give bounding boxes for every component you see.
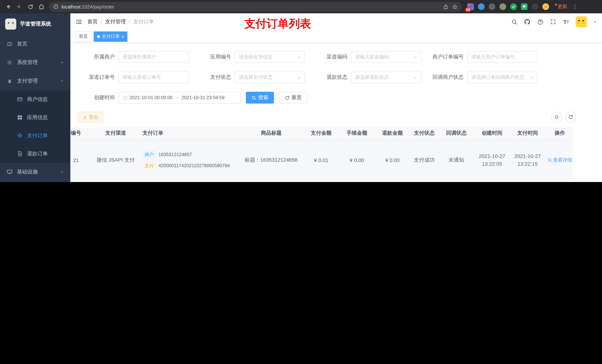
grid-icon <box>17 115 22 120</box>
create-time-range-picker[interactable]: 2021-10-01 00:00:00 - 2021-10-31 23:59:5… <box>118 92 241 104</box>
placeholder-text: 请选择所属商户 <box>123 54 156 60</box>
extension-chat-icon[interactable] <box>521 3 527 10</box>
field-label: 所属商户 <box>78 54 115 60</box>
active-dot <box>97 35 100 38</box>
merchant-order-no-input[interactable]: 请输入商户订单编号 <box>467 51 538 63</box>
browser-forward-button[interactable] <box>14 1 24 12</box>
tab-label: 首页 <box>79 33 88 40</box>
font-size-icon[interactable]: TT <box>563 19 570 25</box>
table-row: 20 微信 JSAPI 支付 商户 1635311949168 支付 42000… <box>70 180 573 182</box>
share-icon[interactable] <box>443 4 448 9</box>
cell-pay-time: 2021-10-27 13:22:15 <box>508 152 547 168</box>
export-button[interactable]: 导出 <box>78 112 103 123</box>
sidebar-item-refund-order[interactable]: 退款订单 <box>0 145 70 163</box>
browser-reload-button[interactable] <box>25 1 35 12</box>
table-tools <box>551 112 576 123</box>
extension-green-check-icon[interactable] <box>510 3 517 10</box>
sidebar-item-label: 系统管理 <box>17 59 38 66</box>
extension-olive-icon[interactable] <box>499 3 506 10</box>
field-label: 渠道订单号 <box>78 74 115 81</box>
filter-channel-order-no: 渠道订单号 请输入渠道订单号 <box>78 71 189 83</box>
col-create-time: 创建时间 <box>476 130 508 136</box>
date-start: 2021-10-01 00:00:00 <box>129 95 172 100</box>
sidebar-item-merchant-info[interactable]: 商户信息 <box>0 90 70 108</box>
view-detail-label: 查看详情 <box>553 157 572 163</box>
sidebar-item-app-info[interactable]: 应用信息 <box>0 108 70 126</box>
help-icon[interactable] <box>537 19 544 25</box>
fullscreen-icon[interactable] <box>550 19 557 25</box>
site-info-icon[interactable] <box>53 4 58 9</box>
pay-time: 13:22:15 <box>508 160 547 168</box>
sidebar-item-dev-tools[interactable]: 研发工具 <box>0 181 70 182</box>
breadcrumb-home[interactable]: 首页 <box>87 19 98 25</box>
table-body: 21 微信 JSAPI 支付 商户 1635312124657 支付 42000… <box>70 140 573 182</box>
sidebar-item-system[interactable]: 系统管理 <box>0 53 70 72</box>
merchant-input[interactable]: 请选择所属商户 <box>118 51 189 63</box>
user-caret-down-icon[interactable] <box>593 20 597 24</box>
col-channel: 支付渠道 <box>89 130 142 136</box>
field-label: 退款状态 <box>310 74 347 81</box>
filter-channel-code: 渠道编码 请输入渠道编码 <box>310 51 421 63</box>
sidebar-item-infra[interactable]: 基础设施 <box>0 163 70 181</box>
sidebar-item-payment[interactable]: ¥ 支付管理 <box>0 72 70 90</box>
pay-status-select[interactable]: 请选择支付状态 <box>235 71 305 83</box>
extension-colorful-icon[interactable]: 10 <box>467 3 474 10</box>
toggle-search-icon[interactable] <box>551 112 562 123</box>
breadcrumb-separator: / <box>129 19 130 25</box>
close-icon[interactable]: × <box>121 34 124 39</box>
search-button[interactable]: 搜索 <box>246 92 274 104</box>
browser-update-button[interactable]: 更新 <box>553 3 570 10</box>
sidebar-fold-icon[interactable] <box>75 19 82 25</box>
create-time: 13:22:05 <box>476 160 508 168</box>
extensions-area: 10 <box>464 3 552 10</box>
col-refund: 退款金额 <box>373 130 412 136</box>
filter-row-2: 渠道订单号 请输入渠道订单号 支付状态 请选择支付状态 退款状态 请选择退款状态 <box>70 71 602 83</box>
cell-fee: ¥ 0.00 <box>341 157 373 163</box>
reset-button[interactable]: 重置 <box>279 92 307 104</box>
sidebar-item-pay-order[interactable]: 支付订单 <box>0 126 70 145</box>
extension-gray-icon[interactable] <box>489 3 495 10</box>
logo[interactable]: 芋道管理系统 <box>0 13 70 35</box>
browser-toolbar: localhost:1024/pay/order 10 <box>0 0 602 13</box>
tab-pay-order[interactable]: 支付订单 × <box>94 31 127 42</box>
chevron-down-icon <box>529 75 534 79</box>
extension-face-icon[interactable] <box>542 3 549 10</box>
user-avatar[interactable] <box>576 16 587 27</box>
reset-button-label: 重置 <box>291 94 302 101</box>
chevron-down-icon <box>297 75 301 79</box>
tab-home[interactable]: 首页 <box>75 31 91 42</box>
refresh-table-icon[interactable] <box>565 112 576 123</box>
monitor-icon <box>7 169 13 175</box>
sidebar-item-label: 支付订单 <box>27 132 48 139</box>
credit-card-icon <box>17 96 22 102</box>
extension-dark-icon[interactable] <box>532 3 538 10</box>
view-detail-link[interactable]: 查看详情 <box>547 157 572 163</box>
app-id-select[interactable]: 请选择应用信息 <box>235 51 305 63</box>
extension-blue-pin-icon[interactable] <box>478 3 485 10</box>
browser-back-button[interactable] <box>3 1 13 12</box>
screen: localhost:1024/pay/order 10 <box>0 0 602 182</box>
field-label: 回调商户状态 <box>427 74 463 81</box>
sidebar-item-label: 商户信息 <box>27 96 48 103</box>
address-bar[interactable]: localhost:1024/pay/order <box>49 2 462 12</box>
logo-title: 芋道管理系统 <box>20 21 51 27</box>
channel-order-no-input[interactable]: 请输入渠道订单号 <box>118 71 189 83</box>
search-icon[interactable] <box>511 19 517 25</box>
browser-menu-icon[interactable]: ⋮ <box>570 4 580 10</box>
sidebar: 芋道管理系统 首页 系统管理 ¥ 支付管理 <box>0 13 70 182</box>
filter-notify-status: 回调商户状态 请选择订单回调商户状态 <box>427 71 538 83</box>
channel-code-select[interactable]: 请输入渠道编码 <box>351 51 421 63</box>
document-icon <box>17 151 22 156</box>
sidebar-item-label: 基础设施 <box>17 169 38 175</box>
github-icon[interactable] <box>524 19 531 25</box>
url-text: localhost:1024/pay/order <box>62 4 114 10</box>
bookmark-star-icon[interactable] <box>452 4 458 10</box>
browser-home-button[interactable] <box>36 1 47 12</box>
chevron-down-icon <box>60 170 64 174</box>
refund-status-select[interactable]: 请选择退款状态 <box>351 71 421 83</box>
sidebar-item-home[interactable]: 首页 <box>0 35 70 53</box>
breadcrumb-payment[interactable]: 支付管理 <box>105 19 126 25</box>
page-annotation: 支付订单列表 <box>244 16 311 31</box>
cell-notify: 未通知 <box>437 157 476 163</box>
notify-status-select[interactable]: 请选择订单回调商户状态 <box>467 71 538 83</box>
